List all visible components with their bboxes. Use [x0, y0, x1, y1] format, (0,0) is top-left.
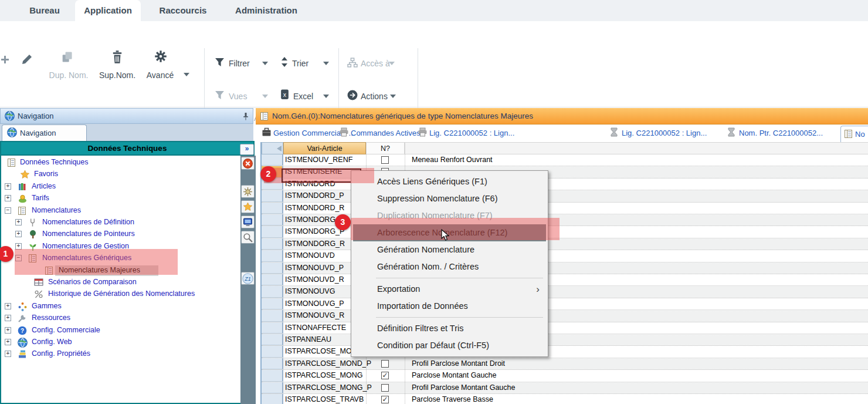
screen-button[interactable] [241, 216, 255, 228]
filter-dropdown-caret[interactable] [262, 62, 268, 65]
menu-item[interactable]: Génération Nom. / Critères [351, 258, 548, 275]
actions-dropdown-caret[interactable] [390, 95, 396, 98]
actions-button[interactable]: Actions [361, 92, 388, 101]
checkbox-unchecked[interactable] [381, 360, 389, 368]
sort-dropdown-caret[interactable] [323, 62, 329, 65]
checkbox-checked[interactable]: ✓ [381, 372, 389, 379]
row-selector[interactable] [262, 274, 283, 285]
excel-button[interactable]: Excel [293, 92, 313, 101]
ribbon-tab-administration[interactable]: Administration [228, 0, 305, 21]
designation-cell[interactable]: Profil Parclose Montant Gauche [412, 383, 515, 392]
row-selector[interactable] [262, 154, 283, 166]
checkbox-unchecked[interactable] [381, 384, 389, 392]
menu-item[interactable]: Condition par Défaut (Ctrl-F5) [351, 337, 548, 354]
menu-item[interactable]: Suppression Nomenclature (F6) [351, 190, 548, 207]
tree-expand-icon[interactable]: + [5, 195, 11, 201]
ribbon-tab-bureau[interactable]: Bureau [18, 0, 72, 21]
designation-cell[interactable]: Meneau Renfort Ouvrant [412, 156, 493, 164]
tree-item[interactable]: +?Config. Commerciale [1, 325, 239, 336]
row-selector[interactable] [262, 214, 283, 225]
vari-article-cell[interactable]: ISTMONOUVG [285, 287, 335, 295]
vari-article-cell[interactable]: ISTMONOUVG_P [285, 299, 344, 308]
table-row[interactable]: ISTPARCLOSE_MONG✓Parclose Montant Gauche [262, 370, 868, 382]
menu-item[interactable]: Importation de Données [351, 298, 548, 315]
tree-item[interactable]: +Config. Web [1, 336, 239, 348]
navigation-tab[interactable]: Navigation [2, 124, 87, 141]
suppress-nom-button[interactable]: Sup.Nom. [97, 70, 138, 80]
row-selector[interactable] [262, 203, 283, 214]
sort-button[interactable]: Trier [292, 59, 308, 68]
row-selector[interactable] [262, 358, 283, 369]
filter-button[interactable]: Filtrer [229, 59, 250, 68]
duplicate-nom-button[interactable]: Dup. Nom. [48, 70, 90, 80]
ribbon-tab-application[interactable]: Application [75, 0, 141, 21]
vari-article-cell[interactable]: ISTMONOUVG_R [285, 311, 344, 319]
access-to-dropdown-caret[interactable] [389, 62, 395, 65]
vari-article-cell[interactable]: ISTMENOUV_RENF [285, 156, 352, 164]
vari-article-cell[interactable]: ISTMONDORG_P [285, 227, 344, 235]
expand-panel-button[interactable]: » [240, 144, 254, 155]
row-selector[interactable] [262, 382, 283, 393]
vari-article-cell[interactable]: ISTPARCLOSE_MOND_P [285, 359, 371, 368]
vari-article-cell[interactable]: ISTMONDORD_P [285, 191, 344, 200]
row-selector[interactable] [262, 370, 283, 381]
row-selector[interactable] [262, 322, 283, 334]
views-dropdown-caret[interactable] [262, 95, 268, 98]
tree-expand-icon[interactable]: + [5, 327, 11, 334]
tree-collapse-icon[interactable]: − [5, 207, 11, 214]
advanced-button[interactable]: Avancé [143, 70, 177, 80]
vari-article-cell[interactable]: ISTMONDORD_R [285, 204, 344, 212]
row-selector[interactable] [262, 190, 283, 201]
access-to-button[interactable]: Accès à [361, 59, 390, 68]
menu-item[interactable]: Génération Nomenclature [351, 241, 548, 258]
designation-cell[interactable]: Parclose Montant Gauche [412, 371, 497, 379]
add-icon[interactable] [1, 55, 9, 64]
tree-expand-icon[interactable]: + [5, 303, 11, 309]
vari-article-cell[interactable]: ISTMONOUVD_P [285, 264, 344, 272]
column-header-vari-article[interactable]: Vari-Article [283, 142, 366, 154]
edit-pencil-icon[interactable] [21, 53, 33, 65]
column-header-n[interactable]: N? [366, 142, 405, 154]
tree-item[interactable]: +Config. Propriétés [1, 348, 239, 360]
vari-article-cell[interactable]: ISTMONDORG_R [285, 240, 345, 248]
tree-item[interactable]: Données Techniques [1, 157, 239, 169]
tree-expand-icon[interactable]: + [15, 219, 22, 225]
checkbox-checked[interactable]: ✓ [381, 396, 389, 403]
tree-item[interactable]: +Nomenclatures de Pointeurs [1, 228, 239, 240]
advanced-dropdown-caret[interactable] [184, 73, 189, 76]
search-button[interactable] [241, 231, 255, 244]
vari-article-cell[interactable]: ISTPARCLOSE_MONG_P [285, 383, 372, 392]
tree-item[interactable]: +Ressources [1, 312, 239, 324]
close-red-button[interactable] [241, 157, 255, 170]
row-selector[interactable] [262, 238, 283, 250]
tree-item[interactable]: −Nomenclatures [1, 205, 239, 217]
row-selector[interactable] [262, 394, 283, 404]
table-row[interactable]: ISTMENOUV_RENFMeneau Renfort Ouvrant [262, 154, 868, 166]
tree-item[interactable]: +Nomenclatures de Définition [1, 217, 239, 228]
row-selector[interactable] [262, 286, 283, 297]
table-row[interactable]: ISTPARCLOSE_TRAVB✓Parclose Traverse Bass… [262, 394, 868, 404]
menu-item[interactable]: Accès Liens Génériques (F1) [351, 173, 548, 190]
vari-article-cell[interactable]: ISTMONOUVD_R [285, 275, 344, 284]
grid-corner-header[interactable] [262, 142, 283, 154]
designation-cell[interactable]: Profil Parclose Montant Droit [412, 359, 505, 368]
checkbox-unchecked[interactable] [381, 156, 389, 164]
tree-item[interactable]: Scénarios de Comparaison [1, 277, 239, 288]
pin-icon[interactable] [241, 112, 250, 121]
menu-item[interactable]: Définition Filtres et Tris [351, 320, 548, 337]
favorite-star-button[interactable] [241, 200, 255, 213]
z1-button[interactable]: Z1 [241, 272, 255, 285]
tree-item[interactable]: +Articles [1, 181, 239, 193]
tree-item[interactable]: Historique de Génération des Nomenclatur… [1, 288, 239, 300]
row-selector[interactable] [262, 298, 283, 309]
tree-expand-icon[interactable]: + [5, 339, 11, 345]
views-button[interactable]: Vues [229, 92, 247, 101]
tree-expand-icon[interactable]: + [5, 183, 11, 190]
row-selector[interactable] [262, 250, 283, 261]
excel-dropdown-caret[interactable] [323, 95, 329, 98]
vari-article-cell[interactable]: ISTPARCLOSE_MONG [285, 371, 362, 379]
row-selector[interactable] [262, 262, 283, 274]
table-row[interactable]: ISTPARCLOSE_MONG_PProfil Parclose Montan… [262, 382, 868, 394]
tree-expand-icon[interactable]: + [5, 351, 11, 357]
row-selector[interactable] [262, 226, 283, 237]
